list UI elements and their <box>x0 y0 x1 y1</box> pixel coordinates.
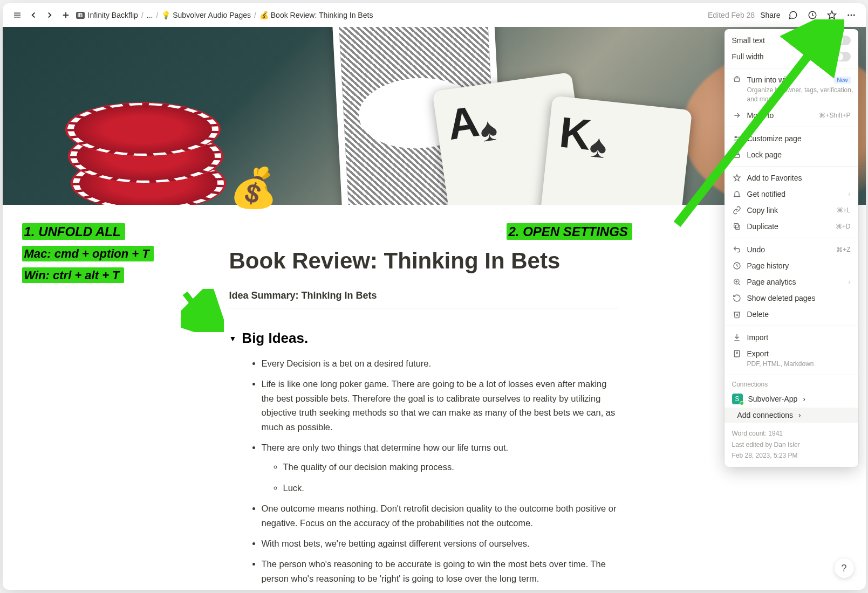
menu-full-width[interactable]: Full width <box>725 49 858 65</box>
page-title: Book Review: Thinking In Bets <box>229 248 639 274</box>
menu-deleted[interactable]: Show deleted pages <box>725 290 858 306</box>
comments-icon[interactable] <box>786 8 800 22</box>
star-icon <box>732 174 742 182</box>
add-connections[interactable]: Add connections › <box>725 408 858 423</box>
wiki-icon <box>732 75 742 84</box>
menu-copy-link[interactable]: Copy link ⌘+L <box>725 202 858 218</box>
menu-export-sub: PDF, HTML, Markdown <box>725 360 858 369</box>
duplicate-icon <box>732 222 742 231</box>
crumb-current[interactable]: 💰 Book Review: Thinking In Bets <box>259 11 373 19</box>
topbar: IB Infinity Backflip / ... / 💡 Subvolver… <box>3 3 866 27</box>
menu-history[interactable]: Page history <box>725 258 858 274</box>
bullet-item: Life is like one long poker game. There … <box>262 377 618 434</box>
svg-marker-6 <box>828 11 836 19</box>
back-icon[interactable] <box>26 8 40 22</box>
crumb-ellipsis[interactable]: ... <box>147 11 153 19</box>
bullet-item: The person who's reasoning to be accurat… <box>262 557 618 585</box>
sliders-icon <box>732 134 742 143</box>
menu-analytics[interactable]: Page analytics › <box>725 274 858 290</box>
menu-move-to[interactable]: Move to ⌘+Shift+P <box>725 107 858 123</box>
annotation-unfold: 1. UNFOLD ALL Mac: cmd + option + T Win:… <box>22 224 154 282</box>
chevron-right-icon: › <box>849 278 851 286</box>
restore-icon <box>732 294 742 302</box>
link-icon <box>732 206 742 215</box>
export-icon <box>732 349 742 358</box>
svg-rect-18 <box>734 223 738 227</box>
page-settings-menu: Small text Full width Turn into wiki New… <box>725 29 858 467</box>
toggle-triangle-icon[interactable]: ▼ <box>229 334 237 343</box>
svg-rect-15 <box>734 154 739 157</box>
share-button[interactable]: Share <box>760 11 780 19</box>
help-button[interactable]: ? <box>835 558 854 578</box>
analytics-icon <box>732 278 742 286</box>
connection-app[interactable]: S Subvolver-App › <box>725 390 858 408</box>
new-badge: New <box>834 77 850 84</box>
svg-line-21 <box>738 283 740 285</box>
bullet-item: One outcome means nothing. Don't retrofi… <box>262 501 618 530</box>
toggle-heading[interactable]: ▼ Big Ideas. <box>229 330 639 347</box>
chevron-right-icon: › <box>849 190 851 198</box>
app-icon: S <box>732 394 743 404</box>
menu-import[interactable]: Import <box>725 329 858 346</box>
svg-rect-17 <box>735 225 740 229</box>
menu-undo[interactable]: Undo ⌘+Z <box>725 242 858 258</box>
svg-point-8 <box>850 15 852 16</box>
breadcrumb: IB Infinity Backflip / ... / 💡 Subvolver… <box>76 11 373 19</box>
connections-header: Connections <box>725 375 858 390</box>
sub-bullet-item: Luck. <box>283 481 618 495</box>
toggle-heading-label: Big Ideas. <box>242 330 308 347</box>
toggle-switch[interactable] <box>835 36 851 45</box>
workspace-badge: IB <box>76 12 85 19</box>
bullet-item: Every Decision is a bet on a desired fut… <box>262 356 618 370</box>
lock-icon <box>732 150 742 159</box>
undo-icon <box>732 245 742 254</box>
svg-point-7 <box>848 15 849 16</box>
bullet-item: With most bets, we're betting against di… <box>262 536 618 550</box>
crumb-root[interactable]: Infinity Backflip <box>88 11 138 19</box>
menu-notified[interactable]: Get notified › <box>725 186 858 202</box>
idea-summary-heading: Idea Summary: Thinking In Bets <box>229 290 618 308</box>
menu-icon[interactable] <box>10 8 24 22</box>
svg-marker-16 <box>734 175 740 181</box>
menu-delete[interactable]: Delete <box>725 306 858 322</box>
history-icon <box>732 261 742 270</box>
more-icon[interactable] <box>844 8 858 22</box>
clock-icon[interactable] <box>805 8 819 22</box>
star-icon[interactable] <box>825 8 839 22</box>
annotation-open-settings: 2. OPEN SETTINGS <box>507 224 632 239</box>
trash-icon <box>732 310 742 319</box>
annotation-arrow-unfold <box>181 289 224 332</box>
chevron-right-icon: › <box>803 395 805 403</box>
menu-small-text[interactable]: Small text <box>725 32 858 49</box>
sub-bullet-item: The quality of our decision making proce… <box>283 460 618 474</box>
page-icon[interactable]: 💰 <box>229 165 278 211</box>
menu-favorites[interactable]: Add to Favorites <box>725 170 858 186</box>
menu-customize[interactable]: Customize page <box>725 130 858 147</box>
menu-lock[interactable]: Lock page <box>725 147 858 163</box>
menu-duplicate[interactable]: Duplicate ⌘+D <box>725 218 858 235</box>
toggle-switch[interactable] <box>835 52 851 61</box>
bell-icon <box>732 190 742 198</box>
edited-label: Edited Feb 28 <box>708 11 755 19</box>
menu-meta: Word count: 1941 Last edited by Dan Isle… <box>725 423 858 462</box>
menu-wiki-sub: Organize by owner, tags, verification, a… <box>725 86 858 104</box>
crumb-parent[interactable]: 💡 Subvolver Audio Pages <box>161 11 251 19</box>
forward-icon[interactable] <box>43 8 57 22</box>
import-icon <box>732 333 742 342</box>
bullet-item: There are only two things that determine… <box>262 440 618 495</box>
svg-point-9 <box>853 15 855 16</box>
arrow-right-icon <box>732 111 742 120</box>
new-tab-icon[interactable] <box>59 8 73 22</box>
chevron-right-icon: › <box>798 411 801 419</box>
